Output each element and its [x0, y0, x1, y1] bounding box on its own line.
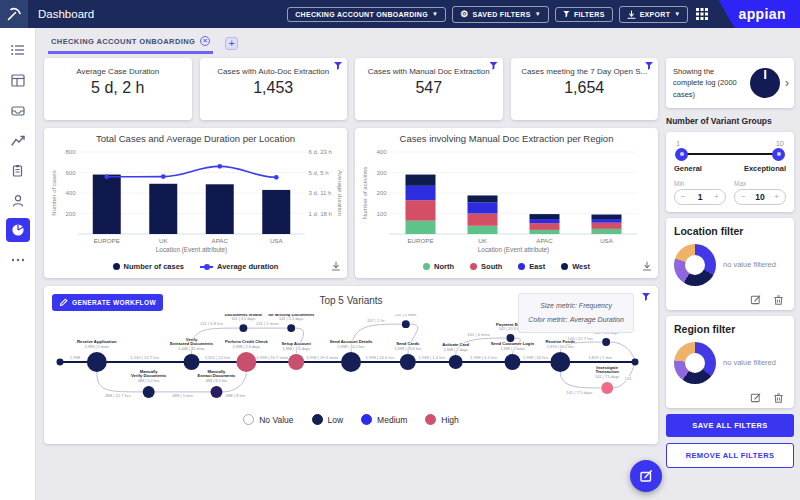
kpi-title: Average Case Duration [44, 67, 192, 76]
svg-text:1,998 | 29.6 mins: 1,998 | 29.6 mins [306, 356, 338, 361]
edit-filter-button[interactable] [750, 392, 761, 403]
legend-item[interactable]: Average duration [200, 262, 278, 271]
caret-down-icon: ▼ [432, 11, 438, 17]
bar-line-chart[interactable]: 2001 d, 18 h4003 d, 11 h6005 d, 5 h8006 … [48, 144, 343, 262]
kpi-title: Cases meeting the 7 Day Open S... [511, 67, 659, 76]
variant-legend-item[interactable]: High [425, 414, 458, 425]
download-icon [331, 261, 341, 271]
metrics-box: Size metric: Frequency Color metric: Ave… [518, 293, 634, 333]
flow-node-send-cards [400, 354, 416, 370]
log-summary-card[interactable]: Showing the complete log (2000 cases) › [666, 58, 794, 108]
flow-node-contact-customer-insufficient-funds [602, 338, 610, 346]
generate-workflow-button[interactable]: GENERATE WORKFLOW [52, 294, 163, 311]
max-stepper[interactable]: − 10 + [734, 189, 786, 205]
sidebar-item-menu[interactable] [6, 38, 30, 62]
svg-text:1,998 | 10.2 hrs: 1,998 | 10.2 hrs [338, 344, 365, 349]
stepper-increment[interactable]: + [714, 192, 719, 201]
slider-handle-max[interactable] [772, 148, 785, 161]
svg-text:Location (Event attribute): Location (Event attribute) [478, 246, 549, 254]
stepper-decrement[interactable]: − [741, 192, 746, 201]
chart-title: Total Cases and Average Duration per Loc… [48, 133, 343, 144]
variant-legend-item[interactable]: Low [312, 414, 344, 425]
legend-item[interactable]: South [470, 262, 502, 271]
legend-item[interactable]: East [518, 262, 545, 271]
svg-text:EUROPE: EUROPE [94, 237, 120, 244]
stepper-decrement[interactable]: − [681, 192, 686, 201]
tab-close-icon[interactable]: × [200, 36, 210, 46]
project-selector-button[interactable]: CHECKING ACCOUNT ONBOARDING ▼ [287, 7, 446, 22]
sidebar-item-dashboards[interactable] [6, 218, 30, 242]
slider-handle-min[interactable] [675, 148, 688, 161]
chart-download-button[interactable] [642, 257, 652, 275]
svg-text:1,829 | 1 min: 1,829 | 1 min [588, 356, 613, 361]
flow-node-verify-extracted-documents [184, 354, 200, 370]
min-label: Min [674, 180, 726, 187]
filters-button[interactable]: FILTERS [555, 7, 613, 22]
clipboard-icon [11, 164, 24, 177]
delete-filter-button[interactable] [773, 392, 784, 403]
legend-marker [561, 263, 568, 270]
legend-item[interactable]: North [423, 262, 454, 271]
region-filter-status: no value filtered [723, 358, 776, 367]
filters-label: FILTERS [574, 11, 605, 18]
svg-text:1,998 | 24 hrs: 1,998 | 24 hrs [523, 356, 548, 361]
svg-text:141 | 6.8 hrs: 141 | 6.8 hrs [200, 321, 223, 326]
saved-filters-button[interactable]: ⚙ SAVED FILTERS ▼ [452, 6, 549, 23]
edit-filter-button[interactable] [750, 294, 761, 305]
filter-funnel-icon [563, 11, 570, 18]
sidebar-item-logs[interactable] [6, 158, 30, 182]
process-mining-logo[interactable] [0, 0, 28, 28]
sidebar-item-data[interactable] [6, 68, 30, 92]
kpi-value: 1,654 [511, 79, 659, 97]
export-button[interactable]: EXPORT ▼ [619, 6, 689, 23]
sidebar-item-users[interactable] [6, 188, 30, 212]
variant-legend-item[interactable]: No Value [243, 414, 293, 425]
svg-text:Number of cases: Number of cases [51, 170, 57, 215]
variant-groups-slider[interactable] [675, 148, 785, 161]
sidebar-item-inbox[interactable] [6, 98, 30, 122]
svg-text:1 d, 18 h: 1 d, 18 h [309, 211, 332, 217]
svg-text:1,998 | 2 days: 1,998 | 2 days [444, 347, 468, 352]
pickaxe-icon [6, 6, 22, 22]
svg-text:Location (Event attribute): Location (Event attribute) [156, 246, 227, 254]
top-bar: Dashboard CHECKING ACCOUNT ONBOARDING ▼ … [0, 0, 800, 28]
slider-left-label: General [674, 164, 702, 173]
kpi-card-manual-doc-extraction: Cases with Manual Doc Extraction 547 [355, 58, 503, 120]
project-selector-label: CHECKING ACCOUNT ONBOARDING [295, 11, 428, 18]
sidebar-item-analytics[interactable] [6, 128, 30, 152]
legend-marker [470, 263, 477, 270]
svg-text:141 | 4 mins: 141 | 4 mins [467, 332, 490, 337]
add-tab-button[interactable]: + [225, 37, 238, 50]
legend-item[interactable]: Number of cases [113, 262, 184, 271]
remove-all-filters-button[interactable]: REMOVE ALL FILTERS [666, 443, 794, 468]
stacked-bar-chart[interactable]: 100200300400EUROPEUKAPACUSALocation (Eve… [359, 144, 654, 262]
filter-sidebar: Showing the complete log (2000 cases) › … [666, 58, 794, 500]
svg-text:400: 400 [376, 149, 387, 155]
flow-node-end [632, 359, 639, 366]
legend-item[interactable]: West [561, 262, 590, 271]
flow-node-send-account-details [341, 352, 361, 372]
svg-text:488 | 8 hrs: 488 | 8 hrs [226, 393, 246, 398]
caret-down-icon: ▼ [674, 11, 680, 17]
tab-checking-account-onboarding[interactable]: CHECKING ACCOUNT ONBOARDING × [48, 36, 213, 54]
save-all-filters-button[interactable]: SAVE ALL FILTERS [666, 414, 794, 437]
svg-text:6 d, 23 h: 6 d, 23 h [309, 149, 332, 155]
svg-text:1,998 | 26.8 hrs: 1,998 | 26.8 hrs [394, 346, 421, 351]
app-grid-button[interactable] [696, 8, 708, 20]
location-filter-card: Location filter no value filtered [666, 218, 794, 310]
variant-legend-label: Low [328, 415, 344, 425]
chevron-right-icon[interactable]: › [785, 74, 789, 92]
flow-node-send-customer-login [504, 354, 520, 370]
sidebar-item-more[interactable] [6, 248, 30, 272]
edit-dashboard-fab[interactable] [630, 460, 662, 492]
variant-legend-item[interactable]: Medium [361, 414, 407, 425]
tab-bar: CHECKING ACCOUNT ONBOARDING × + [36, 28, 800, 54]
chart-download-button[interactable] [331, 257, 341, 275]
stepper-increment[interactable]: + [774, 192, 779, 201]
app-window: Dashboard CHECKING ACCOUNT ONBOARDING ▼ … [0, 0, 800, 500]
svg-text:3 d, 11 h: 3 d, 11 h [309, 190, 332, 196]
delete-filter-button[interactable] [773, 294, 784, 305]
svg-text:200: 200 [65, 211, 76, 217]
dashboard-main: Average Case Duration 5 d, 2 h Cases wit… [44, 58, 658, 500]
min-stepper[interactable]: − 1 + [674, 189, 726, 205]
